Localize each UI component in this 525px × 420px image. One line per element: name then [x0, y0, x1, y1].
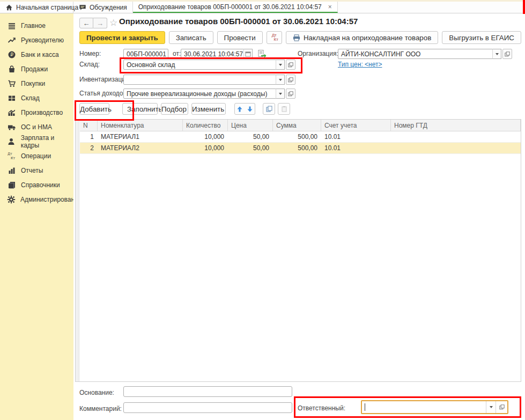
responsible-open-button[interactable] [496, 401, 507, 413]
organization-dropdown-button[interactable] [492, 49, 501, 59]
home-icon [5, 4, 13, 11]
number-field[interactable]: 00БП-000001 [123, 49, 168, 59]
table-cell[interactable]: МАТЕРИАЛ2 [98, 143, 183, 153]
table-cell[interactable]: 500,00 [273, 143, 321, 153]
print-invoice-button[interactable]: Накладная на оприходование товаров [286, 31, 438, 44]
move-down-button[interactable] [245, 103, 255, 115]
table-cell[interactable]: 500,00 [273, 131, 321, 142]
sidebar-item-manager[interactable]: Руководителю [0, 33, 73, 47]
calendar-button[interactable] [243, 49, 253, 59]
cart-icon [7, 79, 16, 88]
table-cell[interactable]: 50,00 [228, 143, 273, 153]
organization-input[interactable]: АЙТИ-КОНСАЛТИНГ ООО [338, 49, 493, 59]
arrow-right-icon: → [97, 19, 103, 27]
table-row[interactable]: 1 МАТЕРИАЛ1 10,000 50,00 500,00 10.01 [80, 131, 521, 143]
add-row-button[interactable]: Добавить [79, 103, 109, 115]
warehouse-open-button[interactable] [286, 60, 295, 70]
sidebar-item-administration[interactable]: Администрирование [0, 192, 73, 207]
sidebar-item-sales[interactable]: Продажи [0, 62, 73, 76]
table-cell[interactable]: 10,000 [183, 131, 228, 142]
sidebar-item-salary[interactable]: Зарплата и кадры [0, 134, 73, 149]
post-and-close-button[interactable]: Провести и закрыть [79, 31, 165, 44]
column-header: Цена [228, 120, 273, 131]
basis-input[interactable] [123, 386, 292, 397]
organization-label: Организация: [298, 50, 338, 57]
sidebar-item-operations[interactable]: ДтКт Операции [0, 149, 73, 163]
sidebar-item-purchases[interactable]: Покупки [0, 76, 73, 91]
tab-document[interactable]: Оприходование товаров 00БП-000001 от 30.… [133, 2, 338, 13]
favorite-star-icon[interactable]: ☆ [109, 17, 117, 28]
table-cell[interactable]: 10,000 [183, 143, 228, 153]
svg-text:Дт: Дт [8, 152, 12, 156]
dtkt-icon: ДтКт [269, 32, 279, 43]
show-in-list-button[interactable] [257, 49, 267, 60]
sidebar-item-label: Справочники [21, 181, 60, 189]
paste-rows-button[interactable] [278, 103, 290, 115]
price-type-link[interactable]: Тип цен: <нет> [338, 61, 382, 68]
tab-discussions-label: Обсуждения [90, 4, 127, 11]
income-item-input[interactable]: Прочие внереализационные доходы (расходы… [123, 89, 276, 99]
income-item-dropdown-button[interactable] [276, 89, 285, 99]
income-item-label: Статья доходов: [79, 90, 128, 97]
sidebar-item-label: Производство [21, 109, 63, 116]
paste-icon [281, 106, 287, 112]
date-label: от: [173, 50, 181, 57]
responsible-input[interactable] [362, 401, 486, 413]
tab-close-icon[interactable]: × [328, 3, 332, 11]
edit-button[interactable]: Изменить [191, 103, 226, 115]
inventory-dropdown-button[interactable] [276, 75, 285, 85]
table-cell[interactable]: 10.01 [321, 143, 391, 153]
tab-discussions[interactable]: Обсуждения [73, 2, 133, 13]
export-egais-button[interactable]: Выгрузить в ЕГАИС [442, 31, 521, 44]
save-button[interactable]: Записать [169, 31, 213, 44]
table-cell[interactable]: 2 [80, 143, 98, 153]
tab-bar: Начальная страница Обсуждения Оприходова… [0, 2, 525, 13]
items-table: N Номенклатура Количество Цена Сумма Сче… [75, 119, 521, 382]
table-cell[interactable]: МАТЕРИАЛ1 [98, 131, 183, 142]
inventory-open-button[interactable] [286, 75, 295, 85]
dtkt-postings-button[interactable]: ДтКт [267, 31, 282, 44]
sidebar-item-directories[interactable]: Справочники [0, 178, 73, 192]
document-form: ← → ☆ Оприходование товаров 00БП-000001 … [73, 13, 525, 420]
sidebar-item-warehouse[interactable]: Склад [0, 91, 73, 105]
open-link-icon [505, 51, 510, 57]
forward-button[interactable]: → [93, 18, 107, 28]
post-button[interactable]: Провести [217, 31, 263, 44]
tab-document-label: Оприходование товаров 00БП-000001 от 30.… [138, 3, 322, 11]
svg-text:₽: ₽ [10, 52, 13, 57]
fill-button[interactable]: Заполнить [122, 103, 158, 115]
inventory-input[interactable] [123, 75, 276, 85]
sidebar-item-bank[interactable]: ₽ Банк и касса [0, 47, 73, 62]
warehouse-input[interactable]: Основной склад [123, 60, 276, 70]
history-nav: ← → [79, 18, 107, 28]
date-input[interactable]: 30.06.2021 10:04:57 [181, 49, 244, 59]
factory-icon [7, 108, 16, 117]
tab-home[interactable]: Начальная страница [0, 2, 73, 13]
move-up-button[interactable] [234, 103, 245, 115]
table-cell[interactable] [391, 143, 521, 153]
copy-rows-button[interactable] [263, 103, 275, 115]
comment-input[interactable] [123, 402, 292, 413]
sidebar-item-production[interactable]: Производство [0, 105, 73, 120]
sidebar-item-fixed-assets[interactable]: ОС и НМА [0, 120, 73, 134]
table-row-selected[interactable]: 2 МАТЕРИАЛ2 10,000 50,00 500,00 10.01 [80, 143, 521, 154]
responsible-dropdown-button[interactable] [486, 401, 496, 413]
table-cell[interactable]: 50,00 [228, 131, 273, 142]
table-cell[interactable]: 10.01 [321, 131, 391, 142]
sidebar-item-label: Продажи [21, 65, 48, 73]
sidebar-item-reports[interactable]: Отчеты [0, 163, 73, 178]
back-button[interactable]: ← [79, 18, 93, 28]
column-header: Номенклатура [98, 120, 183, 131]
warehouse-dropdown-button[interactable] [276, 60, 285, 70]
organization-open-button[interactable] [502, 49, 512, 59]
inventory-field [123, 75, 295, 85]
income-item-open-button[interactable] [286, 89, 295, 99]
table-cell[interactable]: 1 [80, 131, 98, 142]
copy-icon [266, 106, 272, 112]
table-cell[interactable] [391, 131, 521, 142]
pick-button[interactable]: Подбор [161, 103, 188, 115]
column-header: Сумма [273, 120, 321, 131]
sidebar-item-main[interactable]: Главное [0, 18, 73, 33]
open-link-icon [288, 77, 293, 83]
warehouse-label: Склад: [79, 61, 100, 68]
